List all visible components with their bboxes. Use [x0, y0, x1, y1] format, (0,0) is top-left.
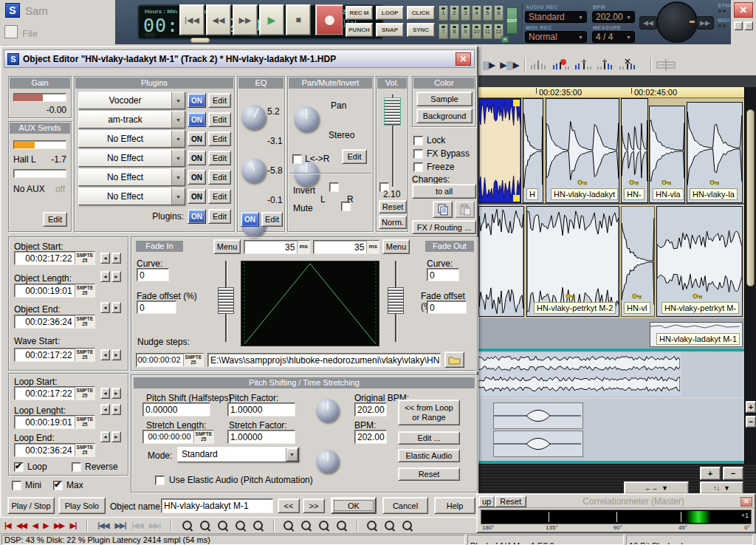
dialog-close-button[interactable]: ✕: [456, 52, 471, 66]
max-checkbox[interactable]: [53, 481, 63, 490]
plugin-slot-5-edit-button[interactable]: Edit: [208, 170, 231, 185]
pitch-knob[interactable]: [316, 399, 339, 422]
v-zoom-in-button[interactable]: +: [746, 401, 756, 413]
audio-object[interactable]: HN-vla: [649, 106, 685, 203]
play-solo-button[interactable]: Play Solo: [58, 497, 106, 514]
stop-button[interactable]: ■: [286, 4, 311, 35]
measure-value[interactable]: 4 / 4▼: [592, 31, 635, 43]
goto-start-button[interactable]: |◀◀: [179, 4, 205, 35]
pad-6[interactable]: 6: [494, 5, 504, 21]
paste-settings-button[interactable]: [455, 201, 475, 218]
plugins-master-edit-button[interactable]: Edit: [208, 209, 231, 224]
stretch-factor-field[interactable]: 1.00000: [227, 430, 295, 444]
plugin-slot-4-on-button[interactable]: ON: [188, 151, 206, 165]
object-end-inc-button[interactable]: ►: [111, 302, 121, 313]
browse-folder-button[interactable]: [444, 352, 464, 368]
rec-m-button[interactable]: REC M: [346, 6, 373, 20]
pan-knob[interactable]: [294, 106, 319, 131]
copy-settings-button[interactable]: [433, 201, 453, 218]
eq-edit-button[interactable]: Edit: [261, 212, 283, 227]
app-close-button[interactable]: ✕: [734, 2, 753, 18]
loop-end-inc-button[interactable]: ►: [111, 431, 121, 442]
aux-send1-slider[interactable]: [13, 140, 66, 149]
loop-length-inc-button[interactable]: ►: [111, 404, 121, 415]
sync-button[interactable]: SYNC: [407, 23, 435, 37]
fx-routing-button[interactable]: FX / Routing ...: [412, 220, 476, 234]
vol-fader-thumb[interactable]: [384, 97, 401, 126]
loop-button[interactable]: LOOP: [376, 6, 404, 20]
object-length-inc-button[interactable]: ►: [111, 271, 121, 282]
range-forward-button[interactable]: ▶▶: [54, 521, 63, 529]
wave-start-inc-button[interactable]: ►: [111, 349, 121, 360]
fade-in-offset-field[interactable]: 0: [137, 301, 176, 314]
pad-1[interactable]: 1: [439, 5, 448, 21]
pitch-factor-field[interactable]: 1.00000: [227, 402, 295, 417]
pad-5[interactable]: 5: [483, 5, 492, 21]
file-path-field[interactable]: E:\Wavs\sampprojs\hluboke-nedorozumeni\v…: [207, 353, 441, 367]
pitch-shift-field[interactable]: 0.00000: [142, 402, 210, 417]
audio-object[interactable]: HN-: [621, 98, 648, 203]
plugin-slot-1-select[interactable]: Vocoder▼: [78, 92, 185, 109]
meter-titlebar[interactable]: up Reset Correlationmeter (Master) ✕: [478, 496, 754, 508]
color-background-button[interactable]: Background: [416, 109, 472, 123]
range-end-button[interactable]: ▶|: [70, 521, 77, 529]
loop-end-field[interactable]: 00:02:36:24SMPTE25: [14, 443, 95, 457]
marker-next-icon[interactable]: [596, 58, 614, 72]
play-range-icon[interactable]: ▶▶: [500, 60, 519, 70]
midi-rec-select[interactable]: Normal▼: [525, 31, 587, 43]
range-rewind-button[interactable]: ◀◀: [17, 521, 27, 529]
meter-setup-button[interactable]: up: [478, 496, 495, 507]
vertical-scrollbar[interactable]: + −: [744, 87, 756, 464]
elastic-audio-button[interactable]: Elastic Audio: [398, 449, 460, 462]
loop-length-field[interactable]: 00:00:19:01SMPTE25: [14, 415, 95, 429]
fade-in-slider-thumb[interactable]: [218, 287, 234, 314]
play-button[interactable]: ▶: [259, 4, 284, 35]
loop-start-field[interactable]: 00:02:17:22SMPTE25: [14, 386, 95, 400]
pad-8[interactable]: 8: [450, 24, 459, 39]
zoom-in-button[interactable]: +: [700, 467, 721, 480]
snap-button[interactable]: SNAP: [376, 23, 404, 37]
fade-out-menu-button[interactable]: Menu: [382, 239, 410, 254]
object-length-dec-button[interactable]: ◄: [100, 271, 110, 282]
plugin-slot-5-on-button[interactable]: ON: [188, 170, 206, 185]
object-end-dec-button[interactable]: ◄: [100, 302, 110, 313]
vol-reset-button[interactable]: Reset: [379, 200, 407, 213]
jog-rewind-button[interactable]: ◀◀: [639, 16, 657, 30]
audio-object[interactable]: [478, 353, 681, 396]
mode-select[interactable]: Standard▼: [177, 447, 299, 462]
loop-start-dec-button[interactable]: ◄: [100, 388, 110, 399]
prev-marker-button[interactable]: |◀◀: [97, 521, 109, 529]
audio-object[interactable]: H: [523, 98, 543, 203]
prev-object-button[interactable]: <<: [278, 498, 300, 513]
jog-forward-button[interactable]: ▶▶: [696, 16, 714, 30]
record-button[interactable]: [315, 4, 343, 35]
click-button[interactable]: CLICK: [407, 6, 435, 20]
zoom-preset-1-icon[interactable]: [283, 520, 295, 532]
plugin-slot-5-select[interactable]: No Effect▼: [78, 168, 185, 186]
zoom-snapshot-1-icon[interactable]: [366, 520, 378, 532]
object-tab[interactable]: HN-vlaky-ladakyt M-1: [650, 322, 743, 347]
pad-10[interactable]: 10: [472, 24, 481, 39]
object-end-field[interactable]: 00:02:36:24SMPTE25: [14, 315, 95, 329]
range-right-button[interactable]: ▶: [44, 521, 49, 529]
plugin-slot-6-on-button[interactable]: ON: [188, 189, 206, 204]
fade-out-offset-field[interactable]: 0: [427, 301, 467, 314]
scrollbar-thumb[interactable]: [746, 109, 755, 287]
plugin-slot-2-on-button[interactable]: ON: [188, 112, 206, 127]
object-handle[interactable]: [513, 100, 520, 106]
h-zoom-preset-button[interactable]: ←→ ▼: [624, 481, 689, 494]
audio-object-selected[interactable]: [478, 98, 521, 203]
invert-l-checkbox[interactable]: [329, 182, 339, 192]
eq-on-button[interactable]: ON: [241, 212, 259, 227]
v-zoom-preset-button[interactable]: ↑↓ ▼: [700, 481, 743, 494]
pad-3[interactable]: 3: [461, 5, 470, 21]
plugin-slot-2-edit-button[interactable]: Edit: [208, 112, 231, 127]
file-menu[interactable]: File: [22, 28, 38, 39]
pitch-edit-button[interactable]: Edit ...: [398, 431, 460, 445]
range-left-button[interactable]: ◀: [32, 521, 38, 529]
meter-close-button[interactable]: ✕: [740, 497, 752, 507]
audio-object[interactable]: HN-vlaky-petrkyt M-: [656, 206, 743, 317]
plugin-slot-2-select[interactable]: am-track▼: [78, 111, 185, 128]
bpm-value[interactable]: 202.00▼: [592, 11, 635, 23]
plugins-master-on-button[interactable]: ON: [188, 209, 206, 224]
